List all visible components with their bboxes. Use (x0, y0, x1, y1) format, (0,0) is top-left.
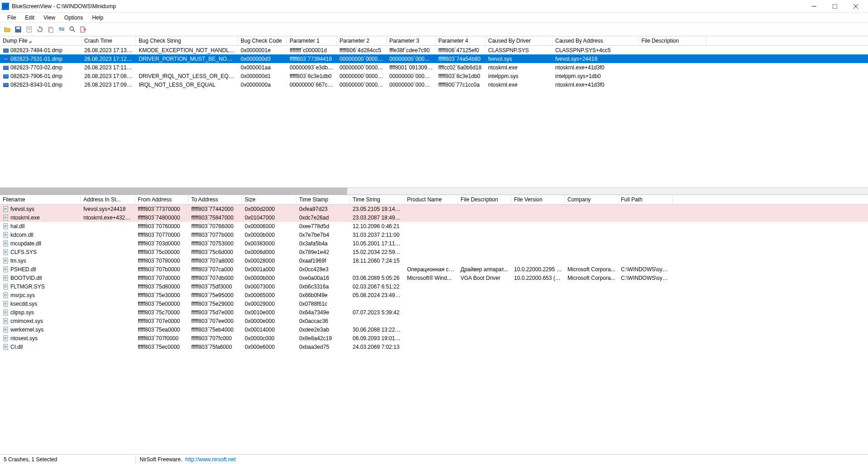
horizontal-scrollbar[interactable] (0, 187, 868, 195)
vendor-link[interactable]: http://www.nirsoft.net (185, 456, 236, 463)
menu-file[interactable]: File (3, 14, 20, 22)
driver-cell: fffff803`707f0000 (135, 335, 189, 342)
driver-row[interactable]: hal.dllfffff803`70760000fffff803`7076600… (0, 222, 868, 230)
driver-row[interactable]: clipsp.sysfffff803`75c70000fffff803`75d7… (0, 308, 868, 317)
menu-help[interactable]: Help (87, 14, 108, 22)
driver-column-header[interactable]: Address In St... (81, 195, 135, 204)
dump-row[interactable]: 082623-8343-01.dmp26.08.2023 17:09:52IRQ… (0, 80, 868, 89)
svg-rect-13 (49, 28, 53, 33)
driver-cell: fvevol.sys+24418 (81, 205, 135, 213)
dump-column-header[interactable]: Crash Time (82, 36, 136, 45)
driver-cell (618, 295, 673, 296)
dump-column-header[interactable]: File Description (639, 36, 707, 45)
dump-column-header[interactable]: Parameter 2 (337, 36, 387, 45)
svg-rect-42 (5, 234, 6, 235)
file-icon (3, 335, 9, 342)
driver-cell (618, 312, 673, 313)
driver-row[interactable]: msrpc.sysfffff803`75e30000fffff803`75e95… (0, 291, 868, 299)
driver-column-header[interactable]: Product Name (404, 195, 458, 204)
dump-column-header[interactable]: Parameter 3 (387, 36, 436, 45)
driver-column-header[interactable]: File Version (511, 195, 565, 204)
driver-row[interactable]: ksecdd.sysfffff803`75e00000fffff803`75e2… (0, 299, 868, 308)
driver-cell: 0x3afa5b4a (296, 240, 350, 247)
dump-column-header[interactable]: Parameter 1 (287, 36, 337, 45)
driver-row[interactable]: fvevol.sysfvevol.sys+24418fffff803`77370… (0, 205, 868, 213)
driver-column-header[interactable]: Time String (350, 195, 404, 204)
driver-row[interactable]: FLTMGR.SYSfffff803`75d80000fffff803`75df… (0, 282, 868, 291)
dump-row[interactable]: 082623-7484-01.dmp26.08.2023 17:13:18KMO… (0, 46, 868, 54)
close-button[interactable] (845, 0, 866, 13)
dump-cell: 00000000`000000... (387, 81, 436, 88)
app-icon (2, 3, 9, 10)
find-icon[interactable] (68, 25, 77, 34)
dump-cell (639, 76, 707, 77)
driver-row[interactable]: PSHED.dllfffff803`707b0000fffff803`707ca… (0, 265, 868, 274)
driver-column-header[interactable]: Company (565, 195, 618, 204)
driver-column-header[interactable]: To Address (189, 195, 242, 204)
driver-row[interactable]: tm.sysfffff803`70780000fffff803`707a8000… (0, 256, 868, 265)
svg-rect-78 (5, 337, 6, 338)
driver-cell: 0x00028000 (242, 257, 296, 264)
dump-row[interactable]: 082623-7531-01.dmp26.08.2023 17:12:48DRI… (0, 54, 868, 63)
driver-cell (404, 217, 458, 218)
menu-view[interactable]: View (39, 14, 60, 22)
driver-row[interactable]: mcupdate.dllfffff803`703d0000fffff803`70… (0, 239, 868, 248)
driver-cell (350, 269, 404, 270)
dump-cell: 082623-7484-01.dmp (0, 47, 82, 54)
window-title: BlueScreenView - C:\WINDOWS\Minidump (12, 3, 804, 10)
dump-cell: 0x000000d1 (238, 73, 287, 80)
options-icon[interactable] (57, 25, 66, 34)
driver-cell (618, 226, 673, 227)
driver-row[interactable]: kdcom.dllfffff803`70770000fffff803`7077b… (0, 230, 868, 239)
driver-row[interactable]: CI.dllfffff803`75ec0000fffff803`75fa6000… (0, 342, 868, 351)
dump-cell: fffff803`8c3e1db0 (436, 73, 485, 80)
driver-cell (458, 209, 511, 210)
dump-list-pane[interactable]: Dump File ◢Crash TimeBug Check StringBug… (0, 36, 868, 195)
driver-column-header[interactable]: From Address (135, 195, 189, 204)
driver-cell (618, 321, 673, 322)
open-icon[interactable] (3, 25, 12, 34)
driver-column-header[interactable]: Full Path (618, 195, 673, 204)
save-icon[interactable] (14, 25, 23, 34)
refresh-icon[interactable] (35, 25, 44, 34)
dump-cell: 26.08.2023 17:12:48 (82, 55, 136, 63)
dump-column-header[interactable]: Bug Check String (136, 36, 238, 45)
driver-cell: fffff803`7077b000 (189, 231, 242, 239)
minimize-button[interactable] (804, 0, 824, 13)
dump-column-header[interactable]: Dump File ◢ (0, 36, 82, 45)
dump-column-header[interactable]: Caused By Address (553, 36, 639, 45)
dump-header-row: Dump File ◢Crash TimeBug Check StringBug… (0, 36, 868, 46)
driver-column-header[interactable]: Filename (0, 195, 81, 204)
copy-icon[interactable] (46, 25, 55, 34)
menu-edit[interactable]: Edit (20, 14, 39, 22)
svg-rect-30 (4, 83, 8, 86)
dump-row[interactable]: 082623-7906-01.dmp26.08.2023 17:08:52DRI… (0, 72, 868, 80)
dump-row[interactable]: 082623-7703-02.dmp26.08.2023 17:11:130x0… (0, 63, 868, 72)
dump-cell: fffe38f`cdee7c90 (387, 47, 436, 54)
driver-cell: ntoskrnl.exe+432769 (81, 214, 135, 221)
dump-column-header[interactable]: Parameter 4 (436, 36, 485, 45)
driver-cell (458, 347, 511, 347)
driver-row[interactable]: ntoskrnl.exentoskrnl.exe+432769fffff803`… (0, 213, 868, 222)
svg-point-17 (62, 29, 64, 31)
dump-column-header[interactable]: Caused By Driver (485, 36, 553, 45)
maximize-button[interactable] (824, 0, 845, 13)
driver-row[interactable]: ntosext.sysfffff803`707f0000fffff803`707… (0, 334, 868, 342)
driver-cell: fffff803`75c6d000 (189, 249, 242, 256)
driver-row[interactable]: BOOTVID.dllfffff803`707d0000fffff803`707… (0, 274, 868, 282)
driver-list-pane[interactable]: FilenameAddress In St...From AddressTo A… (0, 195, 868, 454)
dump-column-header[interactable]: Bug Check Code (238, 36, 287, 45)
driver-column-header[interactable]: Time Stamp (296, 195, 350, 204)
menu-options[interactable]: Options (60, 14, 87, 22)
driver-row[interactable]: CLFS.SYSfffff803`75c00000fffff803`75c6d0… (0, 248, 868, 256)
driver-cell: 0x0010e000 (242, 309, 296, 316)
properties-icon[interactable] (24, 25, 34, 34)
driver-row[interactable]: werkernel.sysfffff803`75ea0000fffff803`7… (0, 325, 868, 334)
driver-cell (565, 234, 618, 235)
driver-cell: 07.07.2023 5:39:42 (350, 309, 404, 316)
driver-column-header[interactable]: Size (242, 195, 296, 204)
driver-row[interactable]: cmimcext.sysfffff803`707e0000fffff803`70… (0, 317, 868, 325)
driver-column-header[interactable]: File Description (458, 195, 511, 204)
exit-icon[interactable] (79, 25, 88, 34)
driver-cell: fffff803`75e29000 (189, 300, 242, 308)
